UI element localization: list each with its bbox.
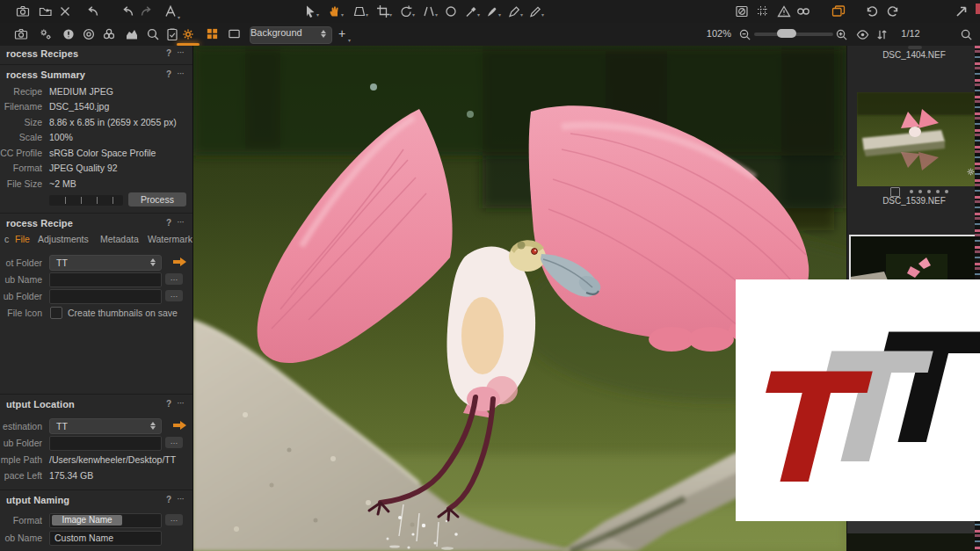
- keystone-icon[interactable]: [352, 4, 367, 18]
- rotate-left-icon[interactable]: [865, 4, 879, 18]
- sample-row: ample DSC_1540: [0, 547, 192, 551]
- help-icon[interactable]: ?: [166, 48, 171, 58]
- tooltip-nub: [908, 46, 922, 49]
- redo-alt-icon[interactable]: [139, 4, 153, 18]
- tool-tab-output-gear-icon[interactable]: [181, 27, 195, 41]
- sub-name-input[interactable]: [49, 272, 162, 287]
- open-folder-arrow-icon[interactable]: [173, 421, 186, 430]
- sketch-pencil-icon[interactable]: [528, 4, 542, 18]
- zoom-out-icon[interactable]: [738, 28, 751, 41]
- add-view-caret-icon: ▾: [348, 37, 351, 43]
- panel-header-output-location: utput Location ? ···: [0, 396, 192, 414]
- help-icon[interactable]: ?: [166, 399, 171, 409]
- rating-dot[interactable]: [945, 190, 948, 193]
- help-icon[interactable]: ?: [166, 495, 171, 504]
- proof-rect-icon[interactable]: [228, 27, 241, 40]
- rotate-right-icon[interactable]: [886, 4, 900, 18]
- zoom-in-icon[interactable]: [835, 28, 848, 41]
- caret-icon: ▾: [341, 11, 344, 18]
- tool-tab-adjustments-clipboard-icon[interactable]: [165, 27, 179, 41]
- recipe-tab-watermark[interactable]: Watermark: [148, 234, 192, 244]
- recipe-tab-basic[interactable]: c: [4, 234, 9, 244]
- recipe-tab-metadata[interactable]: Metadata: [100, 234, 139, 244]
- exposure-warning-icon[interactable]: [777, 4, 791, 18]
- location-sub-folder-row: ub Folder …: [0, 436, 192, 450]
- format-more-button[interactable]: …: [165, 514, 183, 526]
- rating-dot[interactable]: [910, 190, 913, 193]
- tool-tab-lens-icon[interactable]: [82, 27, 96, 41]
- select-arrow-icon[interactable]: [303, 4, 317, 18]
- rating-dot[interactable]: [927, 190, 931, 193]
- recipe-tab-adjustments[interactable]: Adjustments: [38, 234, 89, 244]
- location-sub-folder-more-button[interactable]: …: [165, 437, 183, 448]
- crop-icon[interactable]: [376, 4, 390, 18]
- open-folder-arrow-icon[interactable]: [173, 257, 186, 266]
- tool-tab-info-icon[interactable]: [62, 27, 76, 41]
- import-folder-icon[interactable]: [39, 4, 53, 18]
- process-button[interactable]: Process: [128, 192, 186, 207]
- format-input[interactable]: Image Name: [49, 513, 162, 528]
- undo-icon[interactable]: [86, 4, 100, 18]
- close-icon[interactable]: [58, 4, 72, 18]
- camera-icon[interactable]: [16, 4, 30, 18]
- process-queue-ticks: [49, 195, 123, 206]
- job-name-input[interactable]: Custom Name: [49, 531, 162, 546]
- draw-mask-icon[interactable]: [485, 4, 499, 18]
- more-menu-icon[interactable]: ···: [177, 68, 184, 78]
- row-value: 175.34 GB: [49, 470, 93, 481]
- color-picker-icon[interactable]: [464, 4, 478, 18]
- spot-circle-icon[interactable]: [444, 4, 458, 18]
- pan-hand-icon[interactable]: [328, 4, 342, 18]
- annotation-text-icon[interactable]: [163, 4, 178, 18]
- thumbnail-dsc1539[interactable]: [857, 92, 975, 186]
- help-icon[interactable]: ?: [166, 69, 171, 79]
- more-menu-icon[interactable]: ···: [177, 47, 184, 57]
- divider: [0, 489, 192, 490]
- row-label: File Size: [0, 178, 42, 189]
- clipped-content-sliver: [976, 4, 980, 14]
- format-token[interactable]: Image Name: [52, 515, 122, 526]
- sub-folder-input[interactable]: [49, 289, 162, 304]
- eye-filter-icon[interactable]: [856, 28, 869, 41]
- row-label: Size: [0, 117, 42, 127]
- copy-adjustments-icon[interactable]: [831, 4, 846, 18]
- tool-tab-histogram-icon[interactable]: [125, 27, 139, 41]
- multiview-icon[interactable]: [206, 27, 219, 40]
- tool-tab-details-loupe-icon[interactable]: [146, 27, 160, 41]
- sort-icon[interactable]: [875, 28, 889, 41]
- exposure-evaluation-icon[interactable]: [735, 4, 749, 18]
- rating-dot[interactable]: [936, 190, 940, 193]
- destination-select[interactable]: TT: [49, 418, 162, 434]
- sub-name-more-button[interactable]: …: [165, 273, 183, 285]
- thumbnail-partial[interactable]: [847, 533, 980, 551]
- rotate-icon[interactable]: [399, 4, 413, 18]
- more-menu-icon[interactable]: ···: [177, 216, 184, 227]
- search-icon[interactable]: [960, 28, 973, 41]
- straighten-icon[interactable]: [422, 4, 436, 18]
- tool-tab-camera-icon[interactable]: [14, 27, 28, 41]
- redo-icon[interactable]: [121, 4, 135, 18]
- recipe-tab-file[interactable]: File: [15, 234, 30, 244]
- loupe-icon[interactable]: [796, 4, 810, 18]
- cursor-share-icon[interactable]: [955, 4, 969, 18]
- space-left-row: pace Left 175.34 GB: [0, 468, 192, 482]
- background-select[interactable]: Background: [250, 26, 332, 44]
- tool-tab-color-wheel-icon[interactable]: [102, 27, 116, 41]
- create-thumbnails-checkbox[interactable]: [50, 307, 62, 319]
- more-menu-icon[interactable]: ···: [177, 493, 184, 504]
- erase-mask-icon[interactable]: [507, 4, 521, 18]
- sub-folder-row: ub Folder …: [0, 289, 192, 303]
- grid-overlay-icon[interactable]: [756, 4, 770, 18]
- thumbnail-filename: DSC_1539.NEF: [847, 196, 980, 206]
- row-value: 8.86 x 6.85 in (2659 x 2055 px): [49, 117, 177, 127]
- rating-dot[interactable]: [918, 190, 922, 193]
- help-icon[interactable]: ?: [166, 218, 171, 228]
- sub-folder-more-button[interactable]: …: [165, 290, 183, 301]
- location-sub-folder-input[interactable]: [49, 436, 162, 451]
- more-menu-icon[interactable]: ···: [177, 397, 184, 408]
- row-label: CC Profile: [0, 148, 42, 158]
- add-view-button[interactable]: +: [338, 26, 345, 40]
- root-folder-select[interactable]: TT: [49, 255, 162, 271]
- tool-tab-gears-icon[interactable]: [39, 27, 53, 41]
- zoom-slider-handle[interactable]: [777, 29, 796, 38]
